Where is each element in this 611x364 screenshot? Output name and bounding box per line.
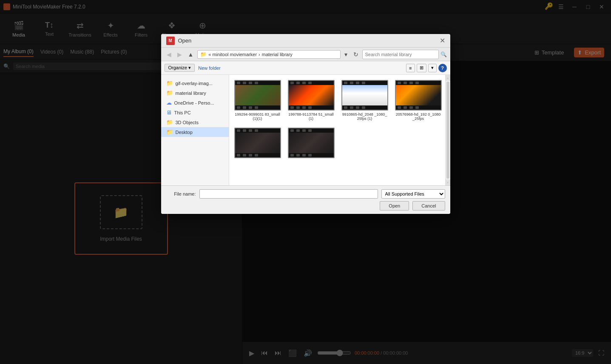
new-folder-button[interactable]: New folder bbox=[198, 65, 221, 71]
file-thumb-4 bbox=[395, 80, 442, 111]
sidebar-desktop[interactable]: 📁 Desktop bbox=[161, 127, 229, 137]
file-item-3[interactable]: 9910865-hd_2048 _1080_25fps (1) bbox=[340, 78, 390, 122]
dialog-toolbar2-right: ≡ ⊞ ▾ ? bbox=[406, 64, 446, 72]
file-name-3: 9910865-hd_2048 _1080_25fps (1) bbox=[341, 112, 388, 121]
filetype-select[interactable]: All Supported Files bbox=[381, 189, 445, 199]
file-item-6[interactable] bbox=[286, 126, 336, 162]
view-dropdown-button[interactable]: ▾ bbox=[428, 64, 437, 72]
dialog-search-input[interactable] bbox=[362, 50, 439, 59]
forward-button[interactable]: ▶ bbox=[175, 50, 184, 59]
file-item-5[interactable] bbox=[233, 126, 283, 162]
path-dropdown-button[interactable]: ▾ bbox=[342, 50, 350, 59]
folder-path-icon: 📁 bbox=[200, 51, 207, 57]
back-button[interactable]: ◀ bbox=[165, 50, 173, 59]
folder-icon-3d: 📁 bbox=[166, 119, 173, 125]
refresh-button[interactable]: ↻ bbox=[351, 50, 361, 59]
file-thumb-3 bbox=[341, 80, 388, 111]
filename-input[interactable] bbox=[199, 189, 378, 199]
file-item-2[interactable]: 199788-9113784 51_small(1) bbox=[286, 78, 336, 122]
path-folder: material library bbox=[262, 52, 293, 57]
dialog-logo-text: M bbox=[168, 38, 172, 43]
dialog-title-text: Open bbox=[178, 37, 192, 44]
file-item-4[interactable]: 20576968-hd_192 0_1080_25fps bbox=[393, 78, 443, 122]
pc-icon: 🖥 bbox=[166, 109, 172, 116]
file-item-1[interactable]: 199294-9099031 83_small (1)(1) bbox=[233, 78, 283, 122]
sidebar-this-pc[interactable]: 🖥 This PC bbox=[161, 108, 229, 117]
view-list-button[interactable]: ≡ bbox=[406, 64, 415, 72]
sidebar-material-label: material library bbox=[176, 91, 206, 96]
scroll-down-button[interactable]: ▼ bbox=[446, 179, 450, 185]
sidebar-material-library[interactable]: 📁 material library bbox=[161, 88, 229, 98]
dialog-logo: M bbox=[166, 37, 175, 45]
dialog-footer: File name: All Supported Files Open Canc… bbox=[161, 185, 450, 214]
new-folder-label: New folder bbox=[198, 65, 221, 71]
dialog-files: 199294-9099031 83_small (1)(1) 199788-91… bbox=[229, 75, 445, 185]
file-name-1: 199294-9099031 83_small (1)(1) bbox=[234, 112, 281, 121]
scroll-up-button[interactable]: ▲ bbox=[446, 75, 450, 81]
view-grid-button[interactable]: ⊞ bbox=[417, 64, 426, 72]
dialog-scrollbar: ▲ ▼ bbox=[445, 75, 450, 185]
sidebar-this-pc-label: This PC bbox=[174, 110, 191, 115]
dialog-toolbar2: Organize ▾ New folder ≡ ⊞ ▾ ? bbox=[161, 61, 450, 75]
dialog-overlay: M Open ✕ ◀ ▶ ▲ 📁 « minitool moviemarker … bbox=[0, 0, 611, 364]
file-thumb-5 bbox=[234, 128, 281, 158]
file-name-2: 199788-9113784 51_small(1) bbox=[288, 112, 335, 121]
path-sep: › bbox=[259, 52, 260, 57]
dialog-nav: ◀ ▶ ▲ 📁 « minitool moviemarker › materia… bbox=[161, 48, 450, 61]
sidebar-3d-label: 3D Objects bbox=[176, 120, 199, 125]
file-name-4: 20576968-hd_192 0_1080_25fps bbox=[395, 112, 442, 121]
sidebar-desktop-label: Desktop bbox=[176, 130, 193, 135]
organize-label: Organize ▾ bbox=[168, 65, 191, 71]
up-button[interactable]: ▲ bbox=[186, 50, 196, 59]
dialog-title-left: M Open bbox=[166, 37, 192, 45]
dialog-body: 📁 gif-overlay-imag... 📁 material library… bbox=[161, 75, 450, 185]
dialog-buttons: Open Cancel bbox=[166, 201, 445, 210]
file-thumb-2 bbox=[288, 80, 335, 111]
sidebar-gif-label: gif-overlay-imag... bbox=[176, 81, 213, 86]
filename-row: File name: All Supported Files bbox=[166, 189, 445, 199]
search-icon-dialog: 🔍 bbox=[440, 51, 447, 57]
open-dialog: M Open ✕ ◀ ▶ ▲ 📁 « minitool moviemarker … bbox=[161, 34, 450, 214]
dialog-path: 📁 « minitool moviemarker › material libr… bbox=[197, 50, 340, 59]
sidebar-3d-objects[interactable]: 📁 3D Objects bbox=[161, 117, 229, 127]
cancel-button[interactable]: Cancel bbox=[412, 201, 445, 210]
dialog-close-button[interactable]: ✕ bbox=[440, 37, 445, 45]
open-button[interactable]: Open bbox=[380, 201, 409, 210]
folder-icon-desktop: 📁 bbox=[166, 129, 173, 135]
folder-icon-material: 📁 bbox=[166, 90, 173, 96]
organize-button[interactable]: Organize ▾ bbox=[165, 64, 195, 72]
file-thumb-6 bbox=[288, 128, 335, 158]
folder-icon-gif: 📁 bbox=[166, 80, 173, 86]
help-button[interactable]: ? bbox=[438, 64, 447, 72]
filename-label: File name: bbox=[166, 191, 196, 196]
sidebar-onedrive-label: OneDrive - Perso... bbox=[174, 100, 214, 105]
path-prefix: « minitool moviemarker bbox=[208, 52, 257, 57]
file-thumb-1 bbox=[234, 80, 281, 111]
cloud-icon: ☁ bbox=[166, 100, 172, 106]
dialog-titlebar: M Open ✕ bbox=[161, 34, 450, 48]
sidebar-onedrive[interactable]: ☁ OneDrive - Perso... bbox=[161, 98, 229, 108]
scroll-thumb[interactable] bbox=[446, 82, 449, 179]
dialog-sidebar: 📁 gif-overlay-imag... 📁 material library… bbox=[161, 75, 229, 185]
sidebar-gif-overlay[interactable]: 📁 gif-overlay-imag... bbox=[161, 78, 229, 88]
